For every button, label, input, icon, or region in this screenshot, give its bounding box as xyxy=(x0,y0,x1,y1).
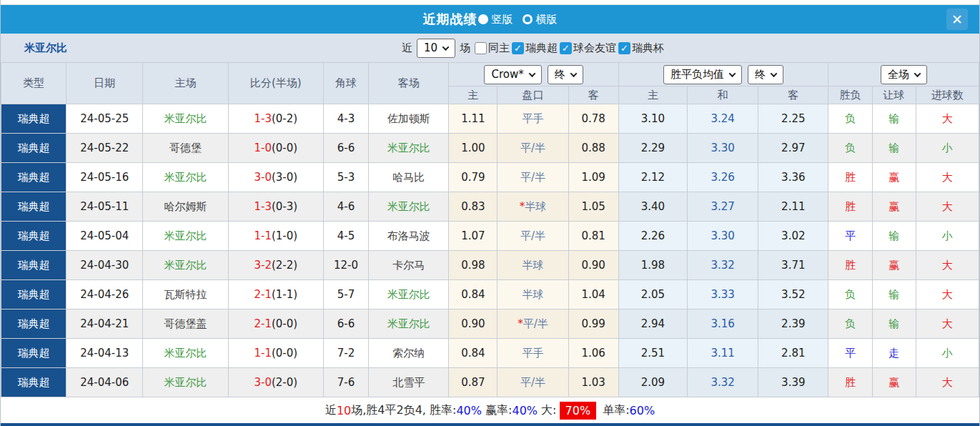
cell-corners: 4-3 xyxy=(323,104,368,134)
filter-checkbox[interactable]: ✓球会友谊 xyxy=(560,41,616,55)
layout-radio-horizontal[interactable]: 横版 xyxy=(523,13,558,26)
radio-icon[interactable] xyxy=(523,14,533,24)
cell-away-team: 布洛马波 xyxy=(369,222,449,251)
checkbox-label: 同主 xyxy=(488,41,510,55)
close-button[interactable]: ✕ xyxy=(946,9,968,30)
cell-result-goals: 小 xyxy=(916,134,979,163)
cell-type: 瑞典超 xyxy=(1,280,66,309)
cell-handicap-home-odds: 0.98 xyxy=(449,251,498,280)
filter-controls: 近 10 场 同主✓瑞典超✓球会友谊✓瑞典杯 xyxy=(402,39,664,58)
scope-select-value: 全场 xyxy=(888,68,909,81)
summary-segment: 70% xyxy=(560,402,597,420)
cell-type: 瑞典超 xyxy=(1,339,66,368)
cell-away-team: 米亚尔比 xyxy=(369,192,449,222)
recent-results-panel: 近期战绩 竖版横版 ✕ 米亚尔比 近 10 场 同主✓瑞典超✓球会友谊✓瑞典杯 xyxy=(0,0,980,426)
cell-handicap-line: *平/半 xyxy=(498,309,568,339)
result-row: 瑞典超24-05-04米亚尔比1-1(1-0)4-5布洛马波1.07平/半0.8… xyxy=(1,222,979,251)
recent-count-value: 10 xyxy=(424,41,437,54)
cell-corners: 7-2 xyxy=(323,339,368,368)
result-row: 瑞典超24-04-06米亚尔比3-0(2-0)7-6北雪平0.87平/半1.03… xyxy=(1,368,979,397)
cell-away-team: 北雪平 xyxy=(369,368,449,397)
cell-handicap-away-odds: 1.05 xyxy=(568,192,618,222)
cell-score: 2-1(1-1) xyxy=(228,280,323,309)
cell-score: 1-0(0-0) xyxy=(228,134,323,163)
filter-checkbox[interactable]: ✓瑞典超 xyxy=(512,41,558,55)
cell-away-team: 米亚尔比 xyxy=(369,134,449,163)
cell-away-team: 索尔纳 xyxy=(369,339,449,368)
cell-type: 瑞典超 xyxy=(1,251,66,280)
bookmaker-select[interactable]: Crow* xyxy=(484,65,541,84)
cell-type: 瑞典超 xyxy=(1,192,66,222)
col-header-home: 主场 xyxy=(143,63,228,104)
summary-segment: 大: xyxy=(538,403,556,418)
cell-odds-draw: 3.33 xyxy=(687,280,758,309)
competition-filters: 同主✓瑞典超✓球会友谊✓瑞典杯 xyxy=(475,41,664,55)
cell-score: 1-1(0-0) xyxy=(228,339,323,368)
checkbox-icon[interactable] xyxy=(475,42,487,54)
cell-result-handicap: 赢 xyxy=(872,192,916,222)
cell-type: 瑞典超 xyxy=(1,222,66,251)
cell-result-handicap: 输 xyxy=(872,104,916,134)
checkbox-icon[interactable]: ✓ xyxy=(560,42,572,54)
summary-segment: 近 xyxy=(325,403,337,418)
subcol-handicap-line: 盘口 xyxy=(498,86,568,104)
filter-checkbox[interactable]: ✓瑞典杯 xyxy=(618,41,664,55)
cell-home-team: 米亚尔比 xyxy=(143,222,228,251)
chevron-down-icon xyxy=(771,70,778,77)
cell-result-handicap: 输 xyxy=(872,280,916,309)
cell-odds-home: 2.12 xyxy=(618,163,687,192)
cell-result-handicap: 输 xyxy=(872,309,916,339)
checkbox-icon[interactable]: ✓ xyxy=(512,42,524,54)
odds-type-select[interactable]: 胜平负均值 xyxy=(663,65,742,84)
odds-type-value: 胜平负均值 xyxy=(670,68,724,81)
cell-result-goals: 大 xyxy=(916,192,979,222)
cell-corners: 7-6 xyxy=(323,368,368,397)
cell-home-team: 米亚尔比 xyxy=(143,368,228,397)
col-header-date: 日期 xyxy=(66,63,143,104)
filter-bar: 米亚尔比 近 10 场 同主✓瑞典超✓球会友谊✓瑞典杯 xyxy=(1,34,979,62)
subcol-odds-away: 客 xyxy=(758,86,828,104)
cell-odds-draw: 3.11 xyxy=(687,339,758,368)
cell-home-team: 哈尔姆斯 xyxy=(143,192,228,222)
summary-segment: 单率: xyxy=(599,403,629,418)
cell-odds-home: 1.98 xyxy=(618,251,687,280)
cell-odds-draw: 3.30 xyxy=(687,134,758,163)
cell-handicap-home-odds: 0.83 xyxy=(449,192,498,222)
results-table: 类型 日期 主场 比分(半场) 角球 客场 Crow* 终 xyxy=(1,62,979,397)
checkbox-label: 瑞典杯 xyxy=(632,41,664,55)
recent-count-select[interactable]: 10 xyxy=(417,39,455,58)
team-name: 米亚尔比 xyxy=(24,41,67,55)
cell-away-team: 卡尔马 xyxy=(369,251,449,280)
cell-result-handicap: 赢 xyxy=(872,368,916,397)
handicap-time-select[interactable]: 终 xyxy=(548,65,583,84)
cell-handicap-home-odds: 0.79 xyxy=(449,163,498,192)
summary-segment: 40% xyxy=(512,404,538,417)
cell-odds-home: 2.26 xyxy=(618,222,687,251)
cell-home-team: 米亚尔比 xyxy=(143,251,228,280)
cell-home-team: 米亚尔比 xyxy=(143,339,228,368)
cell-handicap-line: 平/半 xyxy=(498,134,568,163)
odds-time-select[interactable]: 终 xyxy=(748,65,783,84)
cell-odds-draw: 3.27 xyxy=(687,192,758,222)
cell-home-team: 哥德堡 xyxy=(143,134,228,163)
cell-result-goals: 大 xyxy=(916,368,979,397)
cell-odds-away: 2.25 xyxy=(758,104,828,134)
odds-group-header: 胜平负均值 终 xyxy=(618,63,828,86)
cell-home-team: 瓦斯特拉 xyxy=(143,280,228,309)
cell-odds-home: 2.29 xyxy=(618,134,687,163)
layout-radio-vertical[interactable]: 竖版 xyxy=(478,13,513,26)
chevron-down-icon xyxy=(570,70,577,77)
cell-handicap-home-odds: 0.87 xyxy=(449,368,498,397)
close-icon: ✕ xyxy=(951,13,963,26)
cell-corners: 5-7 xyxy=(323,280,368,309)
cell-result-handicap: 走 xyxy=(872,339,916,368)
checkbox-label: 球会友谊 xyxy=(573,41,616,55)
scope-select[interactable]: 全场 xyxy=(881,65,927,84)
summary-segment: 赢率: xyxy=(482,403,512,418)
cell-odds-home: 2.09 xyxy=(618,368,687,397)
checkbox-icon[interactable]: ✓ xyxy=(618,42,630,54)
cell-result-wdl: 负 xyxy=(828,309,872,339)
cell-result-wdl: 负 xyxy=(828,280,872,309)
radio-icon[interactable] xyxy=(478,14,488,24)
filter-checkbox[interactable]: 同主 xyxy=(475,41,510,55)
